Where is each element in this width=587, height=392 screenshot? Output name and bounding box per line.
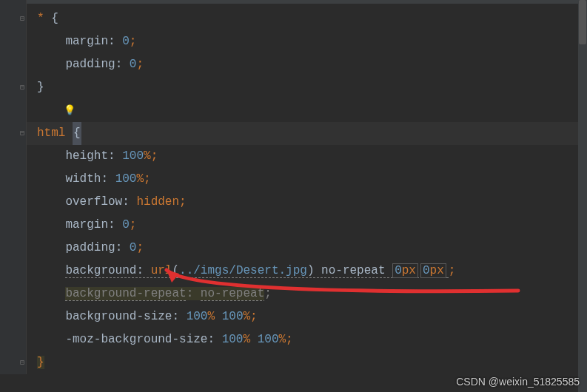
value: 100 <box>115 172 137 186</box>
code-line[interactable]: ⊟} <box>27 351 587 374</box>
property: background-size <box>65 310 172 323</box>
property: padding <box>65 241 115 254</box>
brace: { <box>73 126 81 140</box>
code-line[interactable]: background-size: 100% 100%; <box>27 305 587 328</box>
value: 0 <box>122 218 130 232</box>
scrollbar[interactable] <box>578 0 587 392</box>
code-line[interactable]: background: url(../imgs/Desert.jpg) no-r… <box>27 260 587 283</box>
code-line[interactable]: ⊟} <box>27 76 587 99</box>
fold-icon[interactable]: ⊟ <box>19 7 26 30</box>
property: background <box>65 264 136 277</box>
value: no-repeat <box>201 287 264 301</box>
code-line[interactable]: 💡 <box>27 99 587 122</box>
code-line[interactable]: width: 100%; <box>27 168 587 191</box>
brace: { <box>51 12 58 25</box>
code-line[interactable]: ⊟* { <box>27 7 587 30</box>
property: margin <box>65 35 108 48</box>
scrollbar-thumb[interactable] <box>579 0 586 44</box>
watermark: CSDN @weixin_51825585 <box>456 376 580 388</box>
property: -moz-background-size <box>65 333 207 346</box>
brace: } <box>37 81 44 94</box>
selector: html <box>37 126 65 140</box>
lightbulb-icon[interactable]: 💡 <box>64 99 76 122</box>
fold-icon[interactable]: ⊟ <box>19 76 26 99</box>
brace: } <box>37 356 44 369</box>
code-line[interactable]: background-repeat: no-repeat; <box>27 283 587 305</box>
property: padding <box>65 58 115 71</box>
value: hidden <box>136 195 179 209</box>
code-line[interactable]: padding: 0; <box>27 237 587 260</box>
fold-icon[interactable]: ⊟ <box>19 122 26 145</box>
code-line[interactable]: margin: 0; <box>27 30 587 53</box>
property: margin <box>65 218 108 232</box>
property: background-repeat <box>65 287 186 301</box>
code-line[interactable]: overflow: hidden; <box>27 191 587 214</box>
code-line[interactable]: -moz-background-size: 100% 100%; <box>27 328 587 351</box>
property: overflow <box>65 195 122 209</box>
value: 0 <box>122 35 130 48</box>
property: width <box>65 172 101 186</box>
code-line[interactable]: height: 100%; <box>27 145 587 168</box>
code-editor[interactable]: ⊟* { margin: 0; padding: 0; ⊟} 💡 ⊟html {… <box>0 0 587 374</box>
code-line[interactable]: padding: 0; <box>27 53 587 76</box>
code-area[interactable]: ⊟* { margin: 0; padding: 0; ⊟} 💡 ⊟html {… <box>27 7 587 374</box>
value: 100 <box>122 149 144 163</box>
url-arg: ../imgs/Desert.jpg <box>179 264 307 277</box>
func: url <box>151 264 172 277</box>
selector: * <box>37 12 44 25</box>
value: 0 <box>130 241 137 254</box>
code-line-current[interactable]: ⊟html { <box>27 122 587 145</box>
keyword: no-repeat <box>321 264 385 277</box>
gutter <box>0 0 27 374</box>
property: height <box>65 149 108 163</box>
fold-icon[interactable]: ⊟ <box>19 351 26 374</box>
value: 0 <box>130 58 137 71</box>
code-line[interactable]: margin: 0; <box>27 214 587 237</box>
